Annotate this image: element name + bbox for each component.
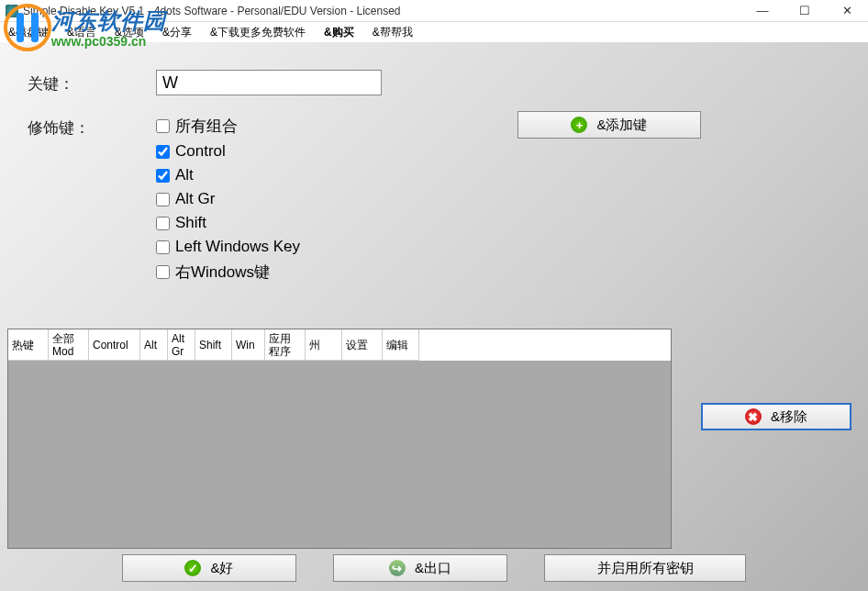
ok-button[interactable]: ✓ &好 (122, 554, 296, 582)
col-state[interactable]: 州 (306, 329, 342, 361)
bottom-buttons: ✓ &好 ↪ &出口 并启用所有密钥 (0, 554, 868, 582)
menu-diskkey[interactable]: &磁盘键 (6, 23, 51, 42)
col-hotkey[interactable]: 热键 (8, 329, 49, 361)
maximize-button[interactable]: ☐ (784, 0, 826, 22)
client-area: 关键： 修饰键： 所有组合 Control Alt Alt Gr Shift L… (0, 42, 868, 591)
col-shift[interactable]: Shift (195, 329, 232, 361)
menu-share[interactable]: &分享 (160, 23, 195, 42)
checkbox-altgr[interactable]: Alt Gr (156, 190, 300, 208)
col-app[interactable]: 应用程序 (265, 329, 306, 361)
checkbox-control[interactable]: Control (156, 142, 300, 161)
add-key-button[interactable]: + &添加键 (517, 111, 701, 139)
plus-icon: + (571, 117, 587, 133)
checkbox-all-input[interactable] (156, 119, 170, 133)
checkbox-alt-input[interactable] (156, 169, 170, 183)
ok-label: &好 (210, 560, 233, 577)
checkbox-alt[interactable]: Alt (156, 166, 300, 184)
col-alt[interactable]: Alt (140, 329, 168, 361)
exit-label: &出口 (415, 560, 451, 577)
enable-all-label: 并启用所有密钥 (597, 560, 694, 577)
minimize-button[interactable]: — (741, 0, 784, 22)
grid-header: 热键 全部Mod Control Alt Alt Gr Shift Win 应用… (8, 329, 671, 361)
enable-all-button[interactable]: 并启用所有密钥 (544, 554, 746, 582)
menu-language[interactable]: &语言 (64, 23, 99, 42)
col-allmod[interactable]: 全部Mod (49, 329, 89, 361)
col-edit[interactable]: 编辑 (383, 329, 419, 361)
col-settings[interactable]: 设置 (342, 329, 383, 361)
remove-button[interactable]: ✖ &移除 (701, 403, 851, 430)
checkbox-rightwin[interactable]: 右Windows键 (156, 262, 300, 283)
window-title: Simple Disable Key V5.1 - 4dots Software… (23, 5, 741, 17)
exit-icon: ↪ (389, 560, 406, 576)
close-button[interactable]: ✕ (826, 0, 868, 22)
add-key-label: &添加键 (596, 117, 647, 134)
key-input[interactable] (156, 70, 382, 95)
checkbox-leftwin-input[interactable] (156, 240, 170, 254)
col-altgr[interactable]: Alt Gr (168, 329, 195, 361)
checkbox-rightwin-input[interactable] (156, 265, 170, 279)
menubar: &磁盘键 &语言 &选项 &分享 &下载更多免费软件 &购买 &帮帮我 (0, 22, 868, 42)
check-icon: ✓ (184, 560, 201, 576)
keys-grid[interactable]: 热键 全部Mod Control Alt Alt Gr Shift Win 应用… (7, 329, 672, 549)
checkbox-control-input[interactable] (156, 145, 170, 159)
checkbox-shift-input[interactable] (156, 217, 170, 230)
titlebar: Simple Disable Key V5.1 - 4dots Software… (0, 0, 868, 22)
key-label: 关键： (0, 70, 156, 95)
col-control[interactable]: Control (89, 329, 140, 361)
modifier-label: 修饰键： (0, 114, 156, 139)
menu-options[interactable]: &选项 (112, 23, 147, 42)
delete-icon: ✖ (745, 408, 762, 425)
checkbox-shift[interactable]: Shift (156, 214, 300, 232)
app-icon (6, 5, 18, 17)
menu-buy[interactable]: &购买 (321, 23, 357, 42)
menu-help[interactable]: &帮帮我 (370, 23, 416, 42)
exit-button[interactable]: ↪ &出口 (333, 554, 507, 582)
remove-label: &移除 (771, 408, 807, 426)
col-win[interactable]: Win (232, 329, 265, 361)
menu-download[interactable]: &下载更多免费软件 (207, 23, 308, 42)
checkbox-leftwin[interactable]: Left Windows Key (156, 238, 300, 256)
checkbox-all-combos[interactable]: 所有组合 (156, 116, 300, 137)
checkbox-altgr-input[interactable] (156, 193, 170, 206)
